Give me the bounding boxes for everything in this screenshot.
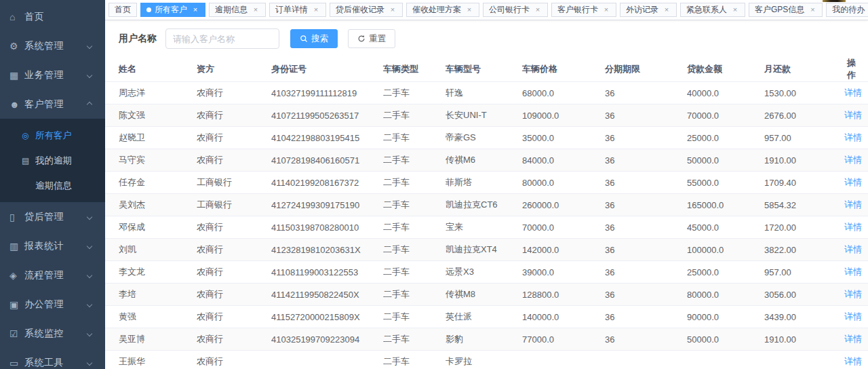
reset-button[interactable]: 重置 (348, 29, 395, 48)
table-row: 周志洋农商行410327199111112819二手车轩逸68000.03640… (105, 82, 868, 104)
cell-price: 140000.0 (522, 306, 605, 328)
cell-model: 凯迪拉克XT4 (446, 239, 522, 261)
sidebar-item[interactable]: ▣ 办公管理 (0, 290, 105, 319)
tab-label: 催收处理方案 (412, 4, 461, 16)
detail-link[interactable]: 详情 (844, 222, 862, 232)
sidebar-subitem-label: 我的逾期 (35, 155, 72, 167)
cell-price: 68000.0 (522, 82, 605, 104)
cell-vehicle_type: 二手车 (383, 351, 446, 369)
cell-id_no: 410422198803195415 (271, 127, 383, 149)
close-icon[interactable]: × (312, 6, 320, 14)
cell-period: 36 (605, 149, 687, 172)
close-icon[interactable]: × (808, 6, 816, 14)
cell-action: 详情 (844, 127, 868, 149)
cell-id_no: 412724199309175190 (271, 194, 383, 216)
close-icon[interactable]: × (389, 6, 397, 14)
detail-link[interactable]: 详情 (844, 88, 862, 98)
tab[interactable]: 贷后催收记录 × (330, 3, 403, 17)
search-form: 用户名称 搜索 重置 (105, 20, 868, 57)
close-icon[interactable]: × (731, 6, 739, 14)
detail-link[interactable]: 详情 (844, 289, 862, 299)
tab[interactable]: 催收处理方案 × (406, 3, 479, 17)
sidebar-item[interactable]: ▭ 系统工具 (0, 348, 105, 369)
card-icon: ▤ (22, 156, 35, 166)
cell-funder: 农商行 (197, 127, 271, 149)
detail-link[interactable]: 详情 (844, 155, 862, 165)
tab[interactable]: 首页 × (108, 3, 137, 17)
detail-link[interactable]: 详情 (844, 132, 862, 142)
detail-link[interactable]: 详情 (844, 244, 862, 254)
tab[interactable]: 紧急联系人 × (680, 3, 745, 17)
detail-link[interactable]: 详情 (844, 177, 862, 187)
cell-id_no: 411081199003122553 (271, 261, 383, 284)
user-icon: ☻ (9, 99, 24, 110)
close-icon[interactable]: × (465, 6, 473, 14)
cell-loan: 50000.0 (687, 328, 764, 351)
column-header: 姓名 (105, 57, 197, 82)
sidebar-subitem[interactable]: ◎ 所有客户 (0, 123, 105, 148)
table-row: 刘凯农商行41232819810203631X二手车凯迪拉克XT4142000.… (105, 239, 868, 261)
sidebar-item[interactable]: ☑ 系统监控 (0, 319, 105, 348)
cell-action: 详情 (844, 328, 868, 351)
cell-model: 长安UNI-T (446, 104, 522, 127)
cell-funder: 农商行 (197, 351, 271, 369)
tab[interactable]: 客户GPS信息 × (749, 3, 823, 17)
chevron-up-icon (87, 101, 92, 106)
cell-loan: 25000.0 (687, 127, 764, 149)
cell-loan: 40000.0 (687, 82, 764, 104)
sidebar-item[interactable]: ⌂ 首页 (0, 2, 105, 31)
circle-icon: ◎ (22, 131, 35, 140)
search-button[interactable]: 搜索 (290, 29, 338, 48)
sidebar-item[interactable]: ▦ 业务管理 (0, 60, 105, 90)
cell-name: 王振华 (105, 351, 197, 369)
detail-link[interactable]: 详情 (844, 110, 862, 120)
tab[interactable]: 公司银行卡 × (483, 3, 548, 17)
tab[interactable]: 订单详情 × (269, 3, 326, 17)
table-row: 吴刘杰工商银行412724199309175190二手车凯迪拉克CT626000… (105, 194, 868, 216)
tab[interactable]: 所有客户 × (140, 3, 205, 17)
sidebar-item[interactable]: ☻ 客户管理 (0, 90, 105, 119)
tab[interactable]: 客户银行卡 × (551, 3, 616, 17)
detail-link[interactable]: 详情 (844, 199, 862, 210)
cell-period: 36 (605, 104, 687, 127)
cell-vehicle_type: 二手车 (383, 104, 446, 127)
cell-action: 详情 (844, 104, 868, 127)
detail-link[interactable]: 详情 (844, 334, 862, 344)
tab[interactable]: 逾期信息 × (209, 3, 266, 17)
cell-action: 详情 (844, 284, 868, 306)
search-input[interactable] (165, 28, 279, 49)
cell-id_no: 410728198406160571 (271, 149, 383, 172)
detail-link[interactable]: 详情 (844, 356, 862, 366)
tab-label: 我的待办 (832, 4, 865, 16)
tab[interactable]: 我的待办 × (826, 3, 868, 17)
close-icon[interactable]: × (534, 6, 542, 14)
close-icon[interactable]: × (191, 6, 199, 14)
sidebar-item[interactable]: ◈ 流程管理 (0, 260, 105, 290)
close-icon[interactable]: × (663, 6, 671, 14)
sidebar-subitem[interactable]: ▤ 我的逾期 (0, 148, 105, 173)
sidebar-subitem[interactable]: 逾期信息 (0, 173, 105, 198)
detail-link[interactable]: 详情 (844, 311, 862, 322)
sidebar-item[interactable]: ⚙ 系统管理 (0, 31, 105, 60)
cell-model: 英仕派 (446, 306, 522, 328)
cell-id_no: 410325199709223094 (271, 328, 383, 351)
cell-period: 36 (605, 172, 687, 194)
cell-funder: 农商行 (197, 82, 271, 104)
cell-id_no: 41142119950822450X (271, 284, 383, 306)
cell-funder: 农商行 (197, 239, 271, 261)
chevron-down-icon (87, 72, 92, 77)
cell-action: 详情 (844, 82, 868, 104)
tab-label: 紧急联系人 (686, 4, 727, 16)
close-icon[interactable]: × (252, 6, 260, 14)
sidebar-item[interactable]: ▯ 贷后管理 (0, 202, 105, 231)
cell-period: 36 (605, 284, 687, 306)
cell-period: 36 (605, 127, 687, 149)
active-tab-dot-icon (146, 7, 151, 12)
detail-link[interactable]: 详情 (844, 267, 862, 277)
cell-loan: 55000.0 (687, 172, 764, 194)
tab[interactable]: 外访记录 × (620, 3, 677, 17)
cell-vehicle_type: 二手车 (383, 216, 446, 239)
sidebar: ⌂ 首页 ⚙ 系统管理 ▦ 业务管理 ☻ 客户管理 ◎ 所有客户 ▤ 我的逾期 … (0, 0, 105, 369)
close-icon[interactable]: × (602, 6, 610, 14)
sidebar-item[interactable]: ▥ 报表统计 (0, 231, 105, 260)
